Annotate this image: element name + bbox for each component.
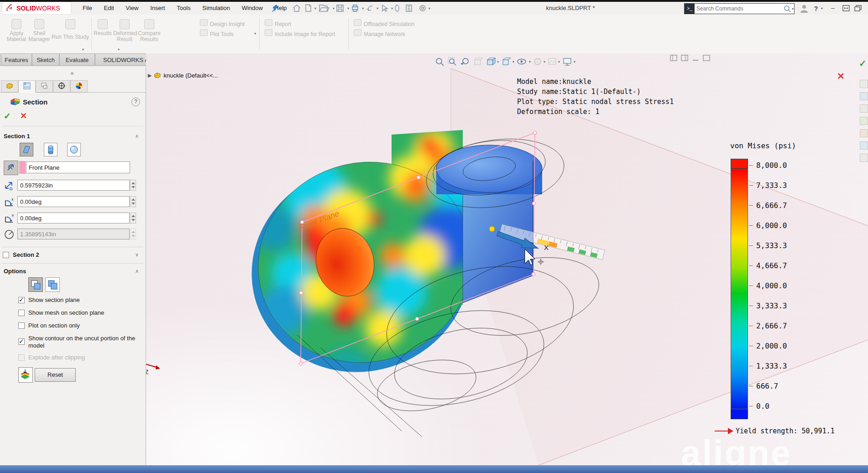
- tree-expand-arrow[interactable]: ▶: [148, 73, 152, 78]
- menu-simulation[interactable]: Simulation: [197, 2, 235, 14]
- new-document-icon[interactable]: [306, 5, 311, 11]
- report-button[interactable]: Report: [265, 19, 291, 27]
- view-orientation-icon[interactable]: ▾: [486, 57, 499, 67]
- options-list-icon[interactable]: [406, 5, 412, 11]
- menu-insert[interactable]: Insert: [145, 2, 170, 14]
- cylinder-section-button[interactable]: [44, 143, 58, 156]
- options-header[interactable]: Options: [4, 268, 26, 275]
- rotation-x-field[interactable]: [17, 196, 130, 207]
- tab-features[interactable]: Features: [1, 53, 32, 66]
- help-icon[interactable]: ?: [131, 98, 140, 106]
- reverse-direction-button[interactable]: [4, 161, 18, 175]
- home-icon[interactable]: [293, 5, 300, 11]
- menu-file[interactable]: File: [78, 2, 97, 14]
- minimize-pane-icon[interactable]: [692, 55, 699, 61]
- search-input[interactable]: [695, 5, 783, 12]
- side-toolbar-icon[interactable]: [860, 154, 868, 162]
- save-icon[interactable]: [337, 5, 343, 11]
- plane-handle[interactable]: [415, 317, 418, 320]
- search-dropdown[interactable]: ▾: [792, 7, 794, 11]
- menu-view[interactable]: View: [121, 2, 144, 14]
- confirm-corner-cancel-icon[interactable]: ✕: [837, 71, 845, 82]
- compare-results-button[interactable]: CompareResults: [137, 16, 162, 52]
- property-manager-tab[interactable]: [18, 80, 36, 93]
- menu-window[interactable]: Window: [237, 2, 268, 14]
- plane-handle[interactable]: [299, 291, 303, 294]
- tab-evaluate[interactable]: Evaluate: [59, 53, 95, 66]
- view-settings-icon[interactable]: ▾: [562, 57, 576, 67]
- zoom-to-fit-icon[interactable]: [434, 57, 445, 67]
- help-icon[interactable]: ?: [812, 4, 820, 14]
- plot-on-section-only-checkbox[interactable]: [18, 322, 25, 329]
- tree-root-label[interactable]: knuckle (Default<<...: [163, 72, 218, 79]
- zoom-to-area-icon[interactable]: [447, 57, 458, 67]
- clip-intersection-button[interactable]: [28, 277, 43, 292]
- dimxpert-manager-tab[interactable]: [53, 80, 70, 93]
- plane-handle[interactable]: [532, 272, 535, 275]
- show-mesh-checkbox[interactable]: [18, 310, 25, 316]
- select-dropdown[interactable]: ▾: [391, 6, 393, 10]
- legend-color-bar[interactable]: [731, 169, 748, 409]
- search-commands-box[interactable]: >_ ▾: [684, 3, 795, 14]
- menu-edit[interactable]: Edit: [99, 2, 119, 14]
- section2-toggle[interactable]: Section 2: [3, 251, 127, 259]
- plane-handle[interactable]: [533, 131, 536, 134]
- cancel-button[interactable]: ✕: [20, 111, 27, 121]
- maximize-pane-icon[interactable]: [703, 55, 710, 61]
- apply-material-button[interactable]: ApplyMaterial: [5, 16, 27, 52]
- show-section-plane-option[interactable]: Show section plane: [18, 296, 142, 304]
- options-collapse-chevron[interactable]: ∧: [135, 268, 139, 274]
- side-toolbar-icon[interactable]: [860, 129, 868, 137]
- section1-header[interactable]: Section 1: [4, 133, 30, 140]
- show-contour-option[interactable]: Show contour on the uncut portion of the…: [18, 335, 142, 349]
- confirm-corner-accept-icon[interactable]: ✓: [859, 58, 867, 69]
- help-dropdown[interactable]: ▾: [821, 6, 823, 10]
- search-icon[interactable]: [783, 5, 791, 13]
- deformed-result-button[interactable]: DeformedResult: [113, 16, 136, 52]
- ok-button[interactable]: ✓: [4, 111, 11, 121]
- edit-appearance-icon[interactable]: ▾: [533, 57, 546, 67]
- side-toolbar-icon[interactable]: [860, 141, 868, 150]
- clip-union-button[interactable]: [45, 277, 60, 292]
- run-study-flyout[interactable]: ▾: [82, 47, 84, 52]
- edge-distance-field[interactable]: [17, 229, 130, 239]
- configuration-manager-tab[interactable]: [36, 80, 53, 93]
- settings-dropdown[interactable]: ▾: [429, 6, 430, 10]
- side-toolbar-icon[interactable]: [860, 117, 868, 125]
- print-icon[interactable]: [352, 5, 358, 11]
- user-account-icon[interactable]: [800, 4, 809, 13]
- rotation-y-field[interactable]: [17, 213, 130, 224]
- distance-spinner[interactable]: [130, 180, 136, 191]
- section2-expand-chevron[interactable]: ∨: [135, 252, 139, 258]
- undo-dropdown[interactable]: ▾: [376, 6, 378, 10]
- section-color-map-button[interactable]: [18, 367, 33, 383]
- display-style-icon[interactable]: ▾: [501, 57, 515, 67]
- mouse-gesture-icon[interactable]: [395, 5, 399, 11]
- plane-handle[interactable]: [417, 176, 420, 179]
- plot-on-section-only-option[interactable]: Plot on section only: [18, 322, 142, 329]
- side-toolbar-icon[interactable]: [860, 104, 868, 113]
- previous-view-icon[interactable]: [460, 57, 471, 67]
- offloaded-simulation-button[interactable]: Offloaded Simulation: [354, 19, 414, 27]
- offset-distance-field[interactable]: [17, 180, 130, 191]
- manage-network-button[interactable]: Manage Network: [354, 29, 405, 37]
- panel-splitter-handle[interactable]: [71, 72, 73, 75]
- show-mesh-option[interactable]: Show mesh on section plane: [18, 309, 142, 317]
- plane-reference-field[interactable]: [26, 161, 130, 173]
- open-icon[interactable]: [319, 5, 329, 11]
- rotation-y-spinner[interactable]: [130, 213, 136, 224]
- tab-sketch[interactable]: Sketch: [32, 53, 59, 66]
- side-toolbar-icon[interactable]: [860, 92, 868, 100]
- results-flyout[interactable]: ▾: [118, 47, 120, 52]
- flyout-feature-tree[interactable]: ▶ knuckle (Default<<...: [148, 72, 218, 79]
- reset-button[interactable]: Reset: [35, 368, 76, 382]
- show-section-plane-checkbox[interactable]: [18, 297, 25, 303]
- save-dropdown[interactable]: ▾: [347, 6, 349, 10]
- minimize-icon[interactable]: –: [829, 3, 837, 13]
- shell-manager-button[interactable]: ShellManager: [28, 16, 50, 52]
- split-pane-right-icon[interactable]: [681, 55, 688, 61]
- feature-manager-tab[interactable]: [1, 80, 18, 93]
- plane-origin-point[interactable]: [489, 226, 495, 232]
- search-scope-icon[interactable]: >_: [685, 4, 695, 14]
- new-doc-dropdown[interactable]: ▾: [314, 6, 316, 10]
